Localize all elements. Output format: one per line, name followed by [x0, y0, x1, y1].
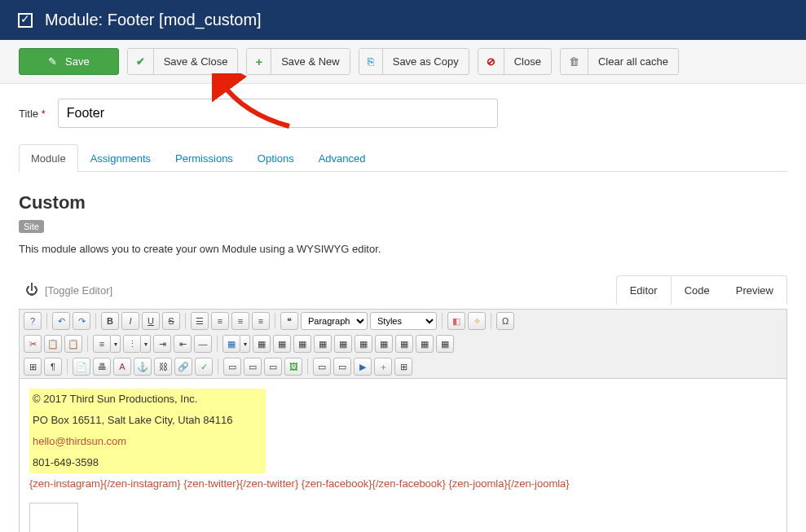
save-close-button[interactable]: ✔ Save & Close — [127, 48, 239, 75]
undo-icon[interactable]: ↶ — [52, 312, 70, 330]
unlink-icon[interactable]: ⛓ — [154, 358, 172, 376]
image-placeholder[interactable] — [29, 503, 78, 532]
paste-icon[interactable]: 📋 — [44, 335, 62, 353]
template-icon[interactable]: ▭ — [313, 358, 331, 376]
content-line-phone: 801-649-3598 — [33, 452, 262, 473]
cell-props-icon[interactable]: ▦ — [273, 335, 291, 353]
toggle-editor-label: [Toggle Editor] — [45, 284, 112, 297]
module-heading: Custom — [19, 192, 787, 213]
tab-permissions[interactable]: Permissions — [163, 144, 245, 172]
toggle-editor-button[interactable]: ⏻ [Toggle Editor] — [19, 279, 119, 301]
styles-select[interactable]: Styles — [370, 312, 437, 330]
more-icon[interactable]: ⊞ — [394, 358, 412, 376]
align-justify-icon[interactable]: ☰ — [191, 312, 209, 330]
trash-icon: 🗑 — [561, 49, 588, 74]
layout2-icon[interactable]: ▭ — [244, 358, 262, 376]
table-icon[interactable]: ▦ — [222, 335, 240, 353]
strike-icon[interactable]: S — [162, 312, 180, 330]
editor-tab-editor[interactable]: Editor — [617, 276, 672, 305]
check-icon: ✔ — [128, 49, 154, 74]
align-left-icon[interactable]: ≡ — [252, 312, 270, 330]
module-description: This module allows you to create your ow… — [19, 243, 787, 255]
cut-icon[interactable]: ✂ — [24, 335, 42, 353]
italic-icon[interactable]: I — [121, 312, 139, 330]
page-title: Module: Footer [mod_custom] — [45, 11, 262, 29]
title-label: Title * — [19, 108, 46, 120]
del-row-icon[interactable]: ▦ — [334, 335, 352, 353]
content-line-copyright: © 2017 Third Sun Productions, Inc. — [33, 389, 262, 410]
site-badge: Site — [19, 220, 44, 233]
apply-icon: ✎ — [48, 55, 57, 68]
layout1-icon[interactable]: ▭ — [223, 358, 241, 376]
doc-icon[interactable]: 📄 — [73, 358, 90, 376]
content-email-link[interactable]: hello@thirdsun.com — [33, 435, 126, 447]
power-icon: ⏻ — [25, 283, 38, 297]
row-props-icon[interactable]: ▦ — [253, 335, 271, 353]
content-area: Title * Module Assignments Permissions O… — [0, 84, 806, 532]
spellcheck-icon[interactable]: ✓ — [195, 358, 213, 376]
clear-cache-button[interactable]: 🗑 Clear all cache — [560, 48, 679, 75]
textcolor-icon[interactable]: A — [113, 358, 131, 376]
del-col-icon[interactable]: ▦ — [395, 335, 413, 353]
tab-assignments[interactable]: Assignments — [78, 144, 163, 172]
hr-icon[interactable]: — — [194, 335, 212, 353]
quote-icon[interactable]: ❝ — [280, 312, 298, 330]
ol-menu[interactable]: ▾ — [111, 335, 121, 353]
cancel-icon: ⊘ — [478, 49, 504, 74]
indent-icon[interactable]: ⇥ — [153, 335, 171, 353]
media-icon[interactable]: ▶ — [354, 358, 372, 376]
title-input[interactable] — [58, 99, 498, 128]
ol-icon[interactable]: ≡ — [93, 335, 111, 353]
save-label: Save — [65, 55, 90, 68]
tab-module[interactable]: Module — [19, 144, 78, 172]
content-shortcodes: {zen-instagram}{/zen-instagram} {zen-twi… — [29, 473, 777, 495]
code-icon[interactable]: ▭ — [333, 358, 351, 376]
row-before-icon[interactable]: ▦ — [293, 335, 311, 353]
split-icon[interactable]: ▦ — [416, 335, 434, 353]
tab-options[interactable]: Options — [245, 144, 306, 172]
save-close-label: Save & Close — [154, 49, 238, 74]
wysiwyg-editor: ? ↶ ↷ B I U S ☰ ≡ ≡ ≡ ❝ Paragraph Styles… — [19, 309, 787, 532]
merge-icon[interactable]: ▦ — [436, 335, 454, 353]
help-icon[interactable]: ? — [24, 312, 42, 330]
ul-icon[interactable]: ⋮ — [123, 335, 141, 353]
save-button[interactable]: ✎ Save — [19, 48, 119, 75]
link-icon[interactable]: 🔗 — [174, 358, 192, 376]
row-after-icon[interactable]: ▦ — [314, 335, 332, 353]
pilcrow-icon[interactable]: ¶ — [44, 358, 62, 376]
align-right-icon[interactable]: ≡ — [231, 312, 249, 330]
grid-icon[interactable]: ⊞ — [24, 358, 42, 376]
outdent-icon[interactable]: ⇤ — [174, 335, 192, 353]
editor-tab-preview[interactable]: Preview — [723, 276, 786, 305]
copy-icon: ⎘ — [359, 49, 383, 74]
title-row: Title * — [19, 99, 787, 128]
char-icon[interactable]: Ω — [496, 312, 514, 330]
action-toolbar: ✎ Save ✔ Save & Close + Save & New ⎘ Sav… — [0, 40, 806, 84]
redo-icon[interactable]: ↷ — [73, 312, 90, 330]
bold-icon[interactable]: B — [101, 312, 119, 330]
save-copy-button[interactable]: ⎘ Save as Copy — [359, 48, 469, 75]
editor-tab-code[interactable]: Code — [672, 276, 723, 305]
col-after-icon[interactable]: ▦ — [375, 335, 393, 353]
clean-icon[interactable]: ✧ — [468, 312, 486, 330]
save-new-button[interactable]: + Save & New — [246, 48, 350, 75]
table-menu[interactable]: ▾ — [240, 335, 250, 353]
editor-content-area[interactable]: © 2017 Third Sun Productions, Inc. PO Bo… — [20, 379, 786, 532]
underline-icon[interactable]: U — [142, 312, 160, 330]
paste-text-icon[interactable]: 📋 — [64, 335, 82, 353]
anchor-icon[interactable]: ⚓ — [134, 358, 152, 376]
col-before-icon[interactable]: ▦ — [355, 335, 372, 353]
image-icon[interactable]: 🖼 — [284, 358, 302, 376]
print-icon[interactable]: 🖶 — [93, 358, 111, 376]
insert-icon[interactable]: ＋ — [374, 358, 392, 376]
tab-advanced[interactable]: Advanced — [306, 144, 378, 172]
close-button[interactable]: ⊘ Close — [478, 48, 552, 75]
format-select[interactable]: Paragraph — [301, 312, 368, 330]
editor-toolbar: ? ↶ ↷ B I U S ☰ ≡ ≡ ≡ ❝ Paragraph Styles… — [20, 310, 786, 379]
ul-menu[interactable]: ▾ — [141, 335, 151, 353]
layout3-icon[interactable]: ▭ — [264, 358, 282, 376]
align-center-icon[interactable]: ≡ — [211, 312, 229, 330]
close-label: Close — [504, 49, 551, 74]
eraser-icon[interactable]: ◧ — [447, 312, 465, 330]
clear-cache-label: Clear all cache — [588, 49, 678, 74]
